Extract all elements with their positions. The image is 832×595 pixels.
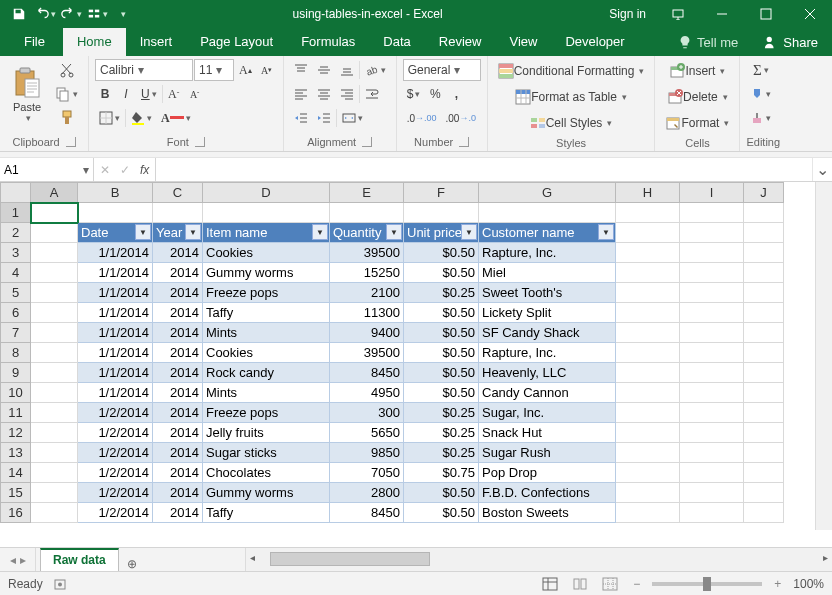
decrease-indent-icon[interactable] xyxy=(290,107,312,129)
cell-G9[interactable]: Heavenly, LLC xyxy=(479,363,616,383)
cell-F13[interactable]: $0.25 xyxy=(404,443,479,463)
col-header-D[interactable]: D xyxy=(203,183,330,203)
cell-F11[interactable]: $0.25 xyxy=(404,403,479,423)
cell-E13[interactable]: 9850 xyxy=(330,443,404,463)
row-header-7[interactable]: 7 xyxy=(1,323,31,343)
tab-view[interactable]: View xyxy=(495,28,551,56)
sheet-tab-raw-data[interactable]: Raw data xyxy=(40,548,119,571)
cell-A6[interactable] xyxy=(31,303,78,323)
tell-me[interactable]: Tell me xyxy=(666,35,750,50)
tab-page-layout[interactable]: Page Layout xyxy=(186,28,287,56)
cell-A9[interactable] xyxy=(31,363,78,383)
cell-C11[interactable]: 2014 xyxy=(153,403,203,423)
cell-F8[interactable]: $0.50 xyxy=(404,343,479,363)
copy-icon[interactable]: ▾ xyxy=(51,83,82,105)
cell-F5[interactable]: $0.25 xyxy=(404,283,479,303)
row-header-15[interactable]: 15 xyxy=(1,483,31,503)
vertical-scrollbar[interactable] xyxy=(815,182,832,530)
cell-B14[interactable]: 1/2/2014 xyxy=(78,463,153,483)
cell-C2[interactable]: Year▼ xyxy=(153,223,203,243)
tab-home[interactable]: Home xyxy=(63,28,126,56)
cell-B16[interactable]: 1/2/2014 xyxy=(78,503,153,523)
redo-icon[interactable]: ▾ xyxy=(58,1,84,27)
cell-J1[interactable] xyxy=(744,203,784,223)
cell-A3[interactable] xyxy=(31,243,78,263)
cell-C5[interactable]: 2014 xyxy=(153,283,203,303)
page-break-view-icon[interactable] xyxy=(599,575,621,593)
col-header-A[interactable]: A xyxy=(31,183,78,203)
delete-cells-button[interactable]: Delete▾ xyxy=(661,85,733,109)
cell-C1[interactable] xyxy=(153,203,203,223)
cell-H4[interactable] xyxy=(616,263,680,283)
cell-F14[interactable]: $0.75 xyxy=(404,463,479,483)
cell-J11[interactable] xyxy=(744,403,784,423)
cell-G16[interactable]: Boston Sweets xyxy=(479,503,616,523)
cell-I6[interactable] xyxy=(680,303,744,323)
fx-icon[interactable]: fx xyxy=(140,163,149,177)
cell-E14[interactable]: 7050 xyxy=(330,463,404,483)
cell-C3[interactable]: 2014 xyxy=(153,243,203,263)
cell-F16[interactable]: $0.50 xyxy=(404,503,479,523)
cell-E4[interactable]: 15250 xyxy=(330,263,404,283)
increase-indent-icon[interactable] xyxy=(313,107,335,129)
cell-H2[interactable] xyxy=(616,223,680,243)
cell-styles-button[interactable]: Cell Styles▾ xyxy=(494,111,649,135)
cell-H5[interactable] xyxy=(616,283,680,303)
fill-icon[interactable]: ▾ xyxy=(746,83,775,105)
cell-E16[interactable]: 8450 xyxy=(330,503,404,523)
share-button[interactable]: Share xyxy=(750,35,832,50)
cell-F10[interactable]: $0.50 xyxy=(404,383,479,403)
cell-F4[interactable]: $0.50 xyxy=(404,263,479,283)
increase-font-alt-icon[interactable]: Aˆ xyxy=(164,83,184,105)
increase-font-icon[interactable]: A▴ xyxy=(235,59,256,81)
cell-B4[interactable]: 1/1/2014 xyxy=(78,263,153,283)
font-launcher-icon[interactable] xyxy=(195,137,205,147)
save-icon[interactable] xyxy=(6,1,32,27)
cell-H1[interactable] xyxy=(616,203,680,223)
percent-format-icon[interactable]: % xyxy=(425,83,445,105)
col-header-H[interactable]: H xyxy=(616,183,680,203)
cell-I12[interactable] xyxy=(680,423,744,443)
number-format-combo[interactable]: General▾ xyxy=(403,59,481,81)
col-header-C[interactable]: C xyxy=(153,183,203,203)
tab-data[interactable]: Data xyxy=(369,28,424,56)
col-header-G[interactable]: G xyxy=(479,183,616,203)
clear-icon[interactable]: ▾ xyxy=(746,107,775,129)
cell-C8[interactable]: 2014 xyxy=(153,343,203,363)
cell-C13[interactable]: 2014 xyxy=(153,443,203,463)
row-header-13[interactable]: 13 xyxy=(1,443,31,463)
cell-D12[interactable]: Jelly fruits xyxy=(203,423,330,443)
bold-button[interactable]: B xyxy=(95,83,115,105)
cell-A14[interactable] xyxy=(31,463,78,483)
cell-H13[interactable] xyxy=(616,443,680,463)
cell-G7[interactable]: SF Candy Shack xyxy=(479,323,616,343)
conditional-formatting-button[interactable]: Conditional Formatting▾ xyxy=(494,59,649,83)
cell-D5[interactable]: Freeze pops xyxy=(203,283,330,303)
cell-C7[interactable]: 2014 xyxy=(153,323,203,343)
minimize-icon[interactable] xyxy=(700,0,744,28)
cell-A5[interactable] xyxy=(31,283,78,303)
row-header-12[interactable]: 12 xyxy=(1,423,31,443)
row-header-5[interactable]: 5 xyxy=(1,283,31,303)
filter-icon[interactable]: ▼ xyxy=(386,224,402,240)
cell-J12[interactable] xyxy=(744,423,784,443)
col-header-F[interactable]: F xyxy=(404,183,479,203)
cell-I14[interactable] xyxy=(680,463,744,483)
cell-I13[interactable] xyxy=(680,443,744,463)
cell-I9[interactable] xyxy=(680,363,744,383)
cell-E11[interactable]: 300 xyxy=(330,403,404,423)
cell-F7[interactable]: $0.50 xyxy=(404,323,479,343)
cell-A12[interactable] xyxy=(31,423,78,443)
align-top-icon[interactable] xyxy=(290,59,312,81)
cell-G3[interactable]: Rapture, Inc. xyxy=(479,243,616,263)
cell-D1[interactable] xyxy=(203,203,330,223)
cell-H3[interactable] xyxy=(616,243,680,263)
row-header-6[interactable]: 6 xyxy=(1,303,31,323)
cell-B3[interactable]: 1/1/2014 xyxy=(78,243,153,263)
cell-C16[interactable]: 2014 xyxy=(153,503,203,523)
decrease-font-icon[interactable]: A▾ xyxy=(257,59,277,81)
decrease-font-alt-icon[interactable]: Aˇ xyxy=(185,83,205,105)
cell-I1[interactable] xyxy=(680,203,744,223)
formula-bar-expand-icon[interactable]: ⌄ xyxy=(812,158,832,181)
cell-A11[interactable] xyxy=(31,403,78,423)
